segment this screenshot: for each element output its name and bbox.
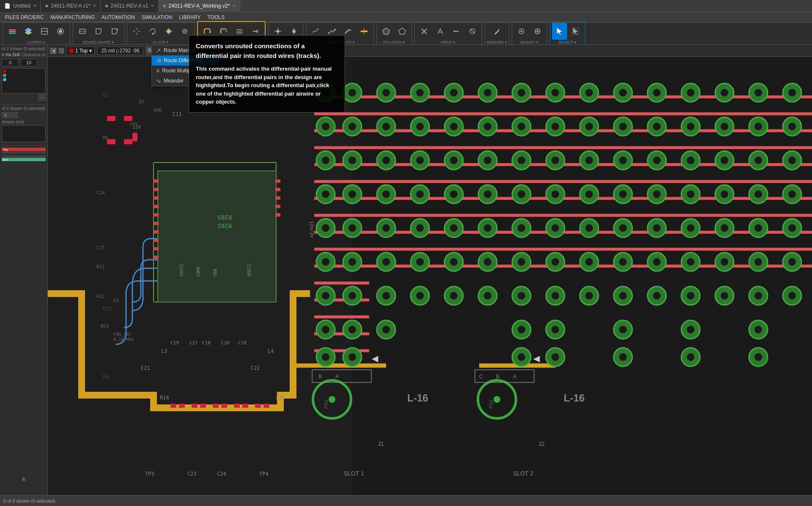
tab-icon-pcb3: ■ <box>163 3 166 9</box>
svg-text:B: B <box>318 374 322 380</box>
toolbar: LAYERS ▾ BOARD SHAPE ▾ <box>0 23 812 45</box>
tool-modify-2[interactable] <box>530 23 545 40</box>
layer-list <box>2 68 46 94</box>
menu-automation[interactable]: AUTOMATION <box>98 14 138 21</box>
svg-point-254 <box>653 292 661 300</box>
svg-text:L-16: L-16 <box>564 392 584 404</box>
svg-text:C17: C17 <box>189 340 198 346</box>
svg-point-220 <box>585 258 593 266</box>
tab-icon-untitled: 📄 <box>4 3 11 9</box>
tool-board-1[interactable] <box>75 23 90 40</box>
via-btn-2[interactable]: ··· <box>10 112 18 118</box>
tab-24011-working-v2[interactable]: ■ 24011-REV-A_Working v2* ✕ <box>159 0 240 12</box>
svg-point-104 <box>348 190 356 198</box>
tool-layers-1[interactable] <box>5 23 20 40</box>
svg-text:C18: C18 <box>238 340 247 346</box>
svg-point-280 <box>721 190 728 198</box>
tab-close-v2[interactable]: ✕ <box>232 3 236 8</box>
tab-24011-v1-star[interactable]: ■ 24011-REV-A v1* ✕ <box>41 0 101 12</box>
via-btn-1[interactable]: ⊙ <box>2 112 9 118</box>
svg-rect-333 <box>154 247 159 250</box>
tool-group-rework: REWORK ▾ <box>485 22 509 46</box>
tool-ripup-4[interactable] <box>465 23 480 40</box>
place-label: PLACE ▾ <box>153 40 168 44</box>
tab-close-v1[interactable]: ✕ <box>151 3 154 8</box>
svg-text:R6: R6 <box>103 135 108 140</box>
svg-point-100 <box>348 123 356 130</box>
tool-modify-1[interactable] <box>514 23 529 40</box>
svg-point-190 <box>518 353 525 361</box>
tool-board-2[interactable] <box>91 23 106 40</box>
clearance-value[interactable]: 10 <box>20 59 37 66</box>
tool-place-rotate[interactable] <box>145 23 160 40</box>
tool-layers-4[interactable] <box>53 23 68 40</box>
tool-ripup-3[interactable] <box>449 23 464 40</box>
menu-simulation[interactable]: SIMULATION <box>138 14 176 21</box>
tool-layers-2[interactable] <box>21 23 36 40</box>
svg-point-204 <box>551 292 559 300</box>
tool-board-3[interactable] <box>107 23 122 40</box>
svg-rect-339 <box>275 213 280 217</box>
svg-point-192 <box>551 89 559 96</box>
menu-tools[interactable]: TOOLS <box>204 14 228 21</box>
svg-point-244 <box>653 123 661 130</box>
pcb-canvas[interactable]: D2 R12 D4 R14 R15 R205 R20S ◀ ◀ B A C B … <box>48 57 812 495</box>
svg-point-112 <box>348 326 356 333</box>
svg-point-306 <box>788 89 796 96</box>
svg-point-138 <box>416 190 424 198</box>
tool-layers-3[interactable] <box>37 23 52 40</box>
svg-point-176 <box>518 123 525 130</box>
layer-selector[interactable]: 1 Top ▾ <box>66 47 95 55</box>
tool-ripup-2[interactable] <box>433 23 448 40</box>
svg-rect-338 <box>275 205 280 208</box>
tab-close-untitled[interactable]: ✕ <box>33 3 36 8</box>
tool-rework-1[interactable] <box>489 23 505 40</box>
lock-icon[interactable] <box>59 48 64 53</box>
tool-place-1[interactable] <box>161 23 176 40</box>
svg-point-357 <box>329 396 335 403</box>
svg-rect-324 <box>158 171 276 302</box>
svg-point-296 <box>754 224 762 232</box>
menu-library[interactable]: LIBRARY <box>176 14 204 21</box>
layers-group-label: LAYERS ▾ <box>27 40 45 44</box>
svg-point-146 <box>450 89 458 96</box>
via-drill-value[interactable]: 0 <box>2 59 19 66</box>
svg-point-194 <box>551 123 559 130</box>
svg-text:NS2: NS2 <box>101 323 109 329</box>
collapse-btn[interactable]: ▲ <box>2 475 46 482</box>
svg-point-124 <box>382 224 390 232</box>
svg-point-290 <box>754 123 762 130</box>
svg-point-304 <box>754 353 762 361</box>
svg-text:D2: D2 <box>139 99 144 104</box>
tool-poly-2[interactable] <box>395 23 410 40</box>
svg-marker-12 <box>152 33 154 35</box>
menu-manufacturing[interactable]: MANUFACTURING <box>47 14 98 21</box>
svg-point-276 <box>721 123 728 130</box>
svg-point-298 <box>754 258 762 266</box>
tool-place-move[interactable] <box>129 23 144 40</box>
tool-qr-4[interactable] <box>357 23 372 40</box>
panel-options-btn[interactable]: ··· <box>38 94 46 101</box>
left-panel: of 2 shown (0 selected) n Via Drill Clea… <box>0 45 48 495</box>
tab-24011-v1[interactable]: ■ 24011-REV-A v1 ✕ <box>101 0 159 12</box>
menu-files[interactable]: FILES DRC/ERC <box>2 14 47 21</box>
svg-point-228 <box>619 157 627 164</box>
svg-point-174 <box>518 89 525 96</box>
svg-text:A: A <box>513 374 516 380</box>
svg-point-27 <box>277 30 279 33</box>
toggle-panel-btn[interactable]: ◀ <box>50 48 56 54</box>
svg-text:FAN_24V: FAN_24V <box>113 332 131 337</box>
svg-point-90 <box>322 258 329 266</box>
svg-point-312 <box>788 190 796 198</box>
tool-ripup-1[interactable] <box>417 23 432 40</box>
tab-untitled[interactable]: 📄 Untitled ✕ <box>0 0 41 12</box>
svg-text:C15: C15 <box>96 245 105 250</box>
tab-close-v1-star[interactable]: ✕ <box>93 3 96 8</box>
tool-select-1[interactable] <box>552 23 567 40</box>
tool-poly-1[interactable] <box>379 23 394 40</box>
svg-point-140 <box>416 224 424 232</box>
svg-point-114 <box>348 353 356 361</box>
tool-select-2[interactable] <box>568 23 583 40</box>
tab-label-working-v2: 24011-REV-A_Working v2* <box>169 3 230 9</box>
svg-text:PS2: PS2 <box>324 400 329 409</box>
